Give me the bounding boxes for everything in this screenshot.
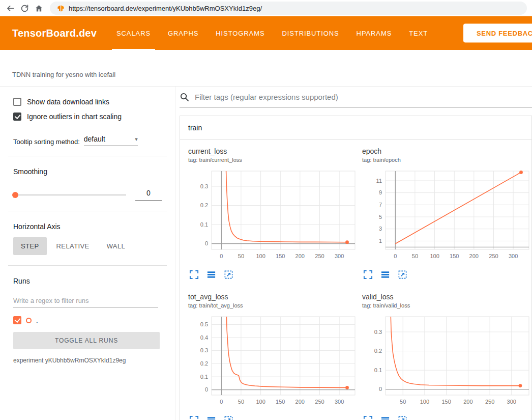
- settings-sidebar: Show data download links Ignore outliers…: [0, 87, 175, 420]
- svg-text:300: 300: [335, 399, 344, 405]
- svg-text:200: 200: [295, 399, 305, 405]
- tag-filter-row: [180, 87, 532, 108]
- url-text[interactable]: https://tensorboard.dev/experiment/yKUbh…: [69, 5, 262, 12]
- horizontal-axis-options: STEP RELATIVE WALL: [13, 237, 167, 255]
- line-chart: 1357911050100150200250300: [362, 167, 532, 265]
- axis-step-button[interactable]: STEP: [13, 237, 47, 255]
- tab-scalars[interactable]: SCALARS: [108, 16, 159, 50]
- horizontal-axis-label: Horizontal Axis: [13, 222, 167, 231]
- svg-text:250: 250: [315, 399, 324, 405]
- tag-group-header-train[interactable]: train: [180, 116, 531, 140]
- chart-tag: tag: train/valid_loss: [362, 302, 532, 309]
- toggle-all-runs-button[interactable]: TOGGLE ALL RUNS: [13, 332, 160, 349]
- svg-text:150: 150: [276, 399, 285, 405]
- tab-graphs[interactable]: GRAPHS: [159, 16, 207, 50]
- svg-text:0.5: 0.5: [200, 321, 208, 327]
- send-feedback-button[interactable]: SEND FEEDBACK: [463, 24, 532, 43]
- svg-text:100: 100: [256, 253, 265, 259]
- svg-text:0: 0: [394, 253, 397, 259]
- svg-text:100: 100: [430, 253, 439, 259]
- chart-actions: [362, 270, 532, 279]
- chevron-down-icon: ▾: [135, 136, 138, 143]
- svg-text:5: 5: [379, 214, 382, 220]
- toggle-show-download-links[interactable]: Show data download links: [13, 98, 167, 106]
- svg-text:150: 150: [450, 253, 459, 259]
- tab-distributions[interactable]: DISTRIBUTIONS: [273, 16, 347, 50]
- divider: [8, 156, 167, 156]
- divider: [8, 265, 167, 266]
- tensorboard-favicon: [57, 5, 65, 12]
- svg-text:9: 9: [379, 189, 382, 195]
- axis-wall-button[interactable]: WALL: [99, 237, 133, 255]
- svg-text:0.3: 0.3: [200, 347, 208, 353]
- chart-actions: [188, 270, 359, 279]
- svg-text:150: 150: [276, 253, 285, 259]
- dropdown-value: default: [84, 135, 105, 143]
- address-bar[interactable]: https://tensorboard.dev/experiment/yKUbh…: [50, 2, 527, 15]
- run-checkbox[interactable]: [13, 316, 21, 324]
- data-table-icon[interactable]: [206, 270, 216, 279]
- tab-histograms[interactable]: HISTOGRAMS: [207, 16, 273, 50]
- chart-title: valid_loss: [362, 293, 532, 301]
- divider: [8, 211, 167, 211]
- svg-text:300: 300: [509, 253, 518, 259]
- toggle-label: Ignore outliers in chart scaling: [27, 113, 122, 121]
- svg-text:7: 7: [379, 202, 382, 208]
- charts-grid: current_loss tag: train/current_loss 00.…: [180, 140, 531, 420]
- slider-thumb[interactable]: [12, 192, 18, 198]
- smoothing-value[interactable]: 0: [135, 189, 162, 201]
- svg-text:0.1: 0.1: [374, 367, 382, 373]
- tag-filter-input[interactable]: [194, 92, 531, 102]
- line-chart: 00.10.20.30.40.5050100150200250300: [188, 313, 359, 410]
- smoothing-slider[interactable]: [13, 194, 126, 195]
- run-item[interactable]: .: [13, 316, 167, 324]
- toggle-ignore-outliers[interactable]: Ignore outliers in chart scaling: [13, 113, 167, 121]
- chart-actions: [362, 415, 532, 420]
- tooltip-sorting-label: Tooltip sorting method:: [13, 138, 80, 146]
- main-nav: SCALARS GRAPHS HISTOGRAMS DISTRIBUTIONS …: [108, 16, 436, 50]
- svg-text:50: 50: [412, 253, 418, 259]
- fit-domain-icon[interactable]: [398, 270, 407, 279]
- chart-actions: [188, 415, 359, 420]
- svg-text:250: 250: [489, 253, 498, 259]
- smoothing-label: Smoothing: [13, 167, 167, 176]
- data-table-icon[interactable]: [380, 415, 390, 420]
- chart-card-current-loss: current_loss tag: train/current_loss 00.…: [188, 147, 359, 279]
- tooltip-sorting-dropdown[interactable]: default ▾: [84, 135, 138, 146]
- svg-text:0.1: 0.1: [200, 221, 208, 228]
- data-table-icon[interactable]: [380, 270, 390, 279]
- chart-title: tot_avg_loss: [188, 293, 359, 301]
- runs-filter-input[interactable]: [13, 293, 158, 308]
- checkbox-icon[interactable]: [13, 113, 21, 121]
- tab-text[interactable]: TEXT: [400, 16, 436, 50]
- home-icon[interactable]: [32, 2, 46, 15]
- browser-chrome: https://tensorboard.dev/experiment/yKUbh…: [0, 0, 532, 16]
- expand-chart-icon[interactable]: [363, 415, 373, 420]
- svg-text:0: 0: [220, 253, 223, 259]
- chart-title: epoch: [362, 147, 532, 155]
- tensorboard-logo[interactable]: TensorBoard.dev: [12, 27, 97, 39]
- expand-chart-icon[interactable]: [363, 270, 373, 279]
- search-icon: [180, 92, 189, 102]
- back-icon[interactable]: [3, 2, 17, 15]
- chart-tag: tag: train/current_loss: [188, 157, 359, 163]
- svg-text:0.2: 0.2: [200, 202, 208, 208]
- fit-domain-icon[interactable]: [224, 270, 233, 279]
- svg-text:0: 0: [379, 386, 382, 392]
- svg-text:3: 3: [379, 226, 382, 232]
- svg-text:200: 200: [295, 253, 305, 259]
- axis-relative-button[interactable]: RELATIVE: [49, 237, 97, 255]
- tab-hparams[interactable]: HPARAMS: [348, 16, 401, 50]
- toggle-label: Show data download links: [27, 98, 109, 106]
- fit-domain-icon[interactable]: [398, 415, 407, 420]
- line-chart: 00.10.20.350100150200250300: [362, 313, 532, 410]
- data-table-icon[interactable]: [206, 415, 216, 420]
- expand-chart-icon[interactable]: [189, 415, 199, 420]
- smoothing-row: 0: [13, 189, 162, 201]
- checkbox-icon[interactable]: [13, 98, 21, 106]
- svg-text:250: 250: [315, 253, 324, 259]
- fit-domain-icon[interactable]: [224, 415, 233, 420]
- svg-text:200: 200: [469, 253, 479, 259]
- reload-icon[interactable]: [17, 2, 32, 15]
- expand-chart-icon[interactable]: [189, 270, 199, 279]
